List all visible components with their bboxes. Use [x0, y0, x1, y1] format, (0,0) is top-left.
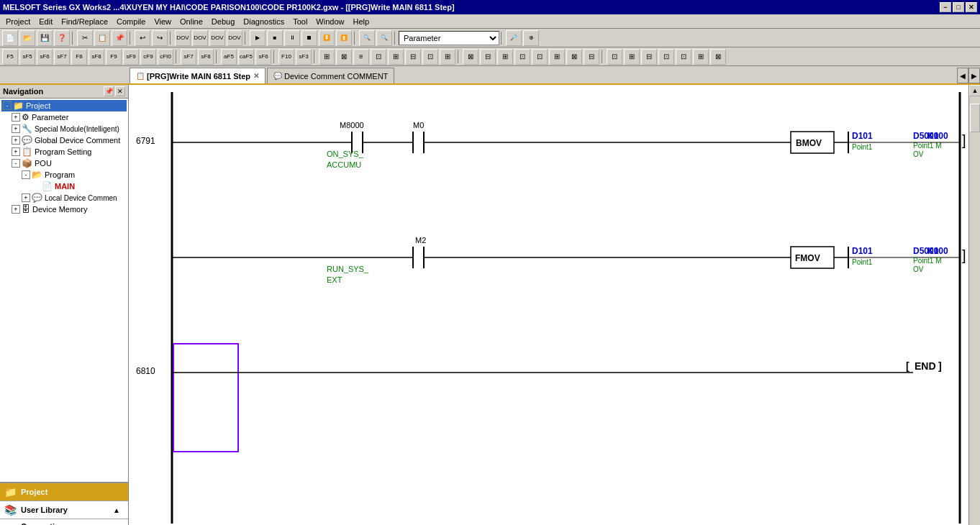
tree-item-program-setting[interactable]: + 📋 Program Setting: [1, 146, 127, 158]
tb-b11[interactable]: 🔍: [359, 30, 375, 46]
close-button[interactable]: ✕: [966, 2, 977, 12]
tb2-b18[interactable]: ⊞: [319, 49, 335, 65]
tb2-b24[interactable]: ⊡: [422, 49, 438, 65]
tab-prg-main[interactable]: 📋 [PRG]Write MAIN 6811 Step ✕: [130, 68, 266, 83]
tb2-b39[interactable]: ⊞: [693, 49, 709, 65]
tb2-b10[interactable]: cFI0: [158, 49, 173, 65]
tb-b3[interactable]: DOV: [209, 30, 225, 46]
vscroll-thumb[interactable]: [970, 104, 980, 132]
tb2-b29[interactable]: ⊡: [514, 49, 530, 65]
tree-item-global-device[interactable]: + 💬 Global Device Comment: [1, 134, 127, 146]
tb2-b8[interactable]: sF9: [123, 49, 139, 65]
tb2-b5[interactable]: F8: [71, 49, 87, 65]
vscroll-up-arrow[interactable]: ▲: [969, 85, 980, 96]
tb2-b32[interactable]: ⊠: [566, 49, 582, 65]
tb2-b12[interactable]: sF8: [198, 49, 214, 65]
nav-close-button[interactable]: ✕: [115, 86, 125, 96]
tb2-b20[interactable]: ≡: [353, 49, 369, 65]
menu-edit[interactable]: Edit: [35, 16, 57, 27]
tb-b4[interactable]: DOV: [227, 30, 242, 46]
tree-expander-special[interactable]: +: [12, 124, 20, 133]
tb-paste[interactable]: 📌: [112, 30, 127, 46]
vscroll-track[interactable]: [969, 96, 980, 525]
tb-b1[interactable]: DOV: [175, 30, 191, 46]
tb-b5[interactable]: ▶: [250, 30, 266, 46]
tb2-b2[interactable]: sF5: [19, 49, 35, 65]
tb-new[interactable]: 📄: [2, 30, 18, 46]
menu-diagnostics[interactable]: Diagnostics: [239, 16, 289, 27]
tree-expander-pou[interactable]: -: [12, 159, 20, 168]
tree-item-project[interactable]: - 📁 Project: [1, 100, 127, 111]
tb2-b17[interactable]: sF3: [296, 49, 312, 65]
tree-expander-device-mem[interactable]: +: [12, 205, 20, 214]
menu-findreplace[interactable]: Find/Replace: [57, 16, 112, 27]
tb2-b31[interactable]: ⊞: [549, 49, 565, 65]
menu-view[interactable]: View: [150, 16, 176, 27]
tb2-b15[interactable]: sF6: [255, 49, 271, 65]
tree-expander-local[interactable]: +: [22, 193, 30, 202]
tb2-b35[interactable]: ⊞: [624, 49, 640, 65]
tb2-b25[interactable]: ⊞: [440, 49, 455, 65]
tb-b14[interactable]: ⊕: [523, 30, 539, 46]
menu-tool[interactable]: Tool: [289, 16, 312, 27]
tree-item-pou[interactable]: - 📦 POU: [1, 158, 127, 169]
menu-online[interactable]: Online: [176, 16, 207, 27]
tb2-b37[interactable]: ⊡: [658, 49, 674, 65]
tb-help[interactable]: ❓: [54, 30, 70, 46]
tree-expander-parameter[interactable]: +: [12, 113, 20, 122]
tree-item-local-device[interactable]: + 💬 Local Device Commen: [1, 192, 127, 204]
nav-tab-user-library[interactable]: 📚 User Library ▲: [0, 501, 128, 519]
tree-item-parameter[interactable]: + ⚙ Parameter: [1, 111, 127, 123]
tb-open[interactable]: 📂: [19, 30, 35, 46]
tab-next-arrow[interactable]: ▶: [968, 68, 980, 83]
menu-debug[interactable]: Debug: [207, 16, 239, 27]
tb-cut[interactable]: ✂: [77, 30, 93, 46]
tab-prev-arrow[interactable]: ◀: [957, 68, 968, 83]
tb2-b28[interactable]: ⊞: [497, 49, 513, 65]
tree-item-device-memory[interactable]: + 🗄 Device Memory: [1, 204, 127, 215]
tree-expander-project[interactable]: -: [3, 101, 12, 110]
tree-item-special-module[interactable]: + 🔧 Special Module(Intelligent): [1, 123, 127, 134]
menu-compile[interactable]: Compile: [112, 16, 150, 27]
minimize-button[interactable]: −: [940, 2, 951, 12]
tb2-b14[interactable]: caF5: [238, 49, 254, 65]
tb2-b27[interactable]: ⊟: [480, 49, 496, 65]
nav-pin-button[interactable]: 📌: [104, 86, 114, 96]
menu-help[interactable]: Help: [348, 16, 373, 27]
nav-tab-project[interactable]: 📁 Project: [0, 483, 128, 501]
tree-expander-program[interactable]: -: [22, 170, 30, 179]
tb-save[interactable]: 💾: [37, 30, 53, 46]
ladder-canvas[interactable]: 6791 M8000 ON_SYS_ ACCUMU M0: [129, 85, 968, 525]
menu-window[interactable]: Window: [312, 16, 348, 27]
vertical-scrollbar[interactable]: ▲ ▼: [968, 85, 980, 525]
tree-expander-prog-setting[interactable]: +: [12, 147, 20, 156]
tb2-b23[interactable]: ⊟: [405, 49, 421, 65]
tb2-b22[interactable]: ⊞: [388, 49, 404, 65]
menu-project[interactable]: Project: [1, 16, 35, 27]
tb-b13[interactable]: 🔎: [506, 30, 522, 46]
tree-expander-global[interactable]: +: [12, 136, 20, 145]
tb2-b3[interactable]: sF6: [37, 49, 53, 65]
tree-item-main[interactable]: 📄 MAIN: [1, 181, 127, 192]
tb2-b19[interactable]: ⊠: [336, 49, 352, 65]
tb2-b4[interactable]: sF7: [54, 49, 70, 65]
tab-device-comment[interactable]: 💬 Device Comment COMMENT: [267, 68, 394, 83]
library-expand-icon[interactable]: ▲: [109, 504, 124, 516]
tb2-b34[interactable]: ⊡: [607, 49, 622, 65]
tb2-b7[interactable]: F9: [106, 49, 122, 65]
tb2-b11[interactable]: sF7: [181, 49, 196, 65]
tb2-b6[interactable]: sF8: [89, 49, 104, 65]
tb-b10[interactable]: ⏫: [336, 30, 352, 46]
tb2-b13[interactable]: aF5: [221, 49, 237, 65]
nav-tab-connection[interactable]: 🔌 Connection Destination ▲: [0, 519, 128, 525]
tb-redo[interactable]: ↪: [152, 30, 168, 46]
tb-b2[interactable]: DOV: [192, 30, 208, 46]
tb2-b9[interactable]: cF9: [140, 49, 156, 65]
tb2-b16[interactable]: F10: [278, 49, 294, 65]
tree-item-program[interactable]: - 📂 Program: [1, 169, 127, 181]
tb-b8[interactable]: ⏹: [301, 30, 317, 46]
tb-b9[interactable]: ⏬: [319, 30, 335, 46]
tb2-b38[interactable]: ⊡: [676, 49, 691, 65]
tb-copy[interactable]: 📋: [94, 30, 110, 46]
tb2-b26[interactable]: ⊠: [463, 49, 478, 65]
